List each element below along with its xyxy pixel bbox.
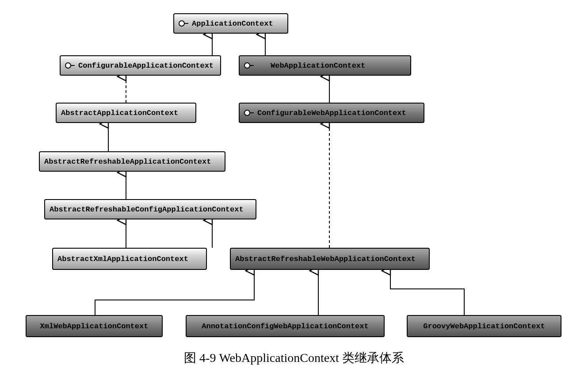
class-xml-web-application-context: XmlWebApplicationContext (26, 315, 163, 337)
class-abstract-xml-application-context: AbstractXmlApplicationContext (52, 248, 207, 270)
interface-icon (244, 62, 250, 69)
class-label: ConfigurableWebApplicationContext (257, 109, 406, 117)
class-groovy-web-application-context: GroovyWebApplicationContext (407, 315, 561, 337)
class-abstract-refreshable-application-context: AbstractRefreshableApplicationContext (39, 151, 225, 172)
class-label: XmlWebApplicationContext (40, 322, 149, 331)
class-abstract-refreshable-web-application-context: AbstractRefreshableWebApplicationContext (230, 248, 430, 270)
class-label: ApplicationContext (192, 19, 273, 28)
class-application-context: ApplicationContext (173, 13, 288, 34)
class-label: GroovyWebApplicationContext (423, 322, 545, 331)
class-label: WebApplicationContext (271, 61, 365, 70)
class-label: AbstractRefreshableWebApplicationContext (235, 255, 416, 263)
class-annotation-config-web-application-context: AnnotationConfigWebApplicationContext (186, 315, 385, 337)
interface-icon (179, 20, 185, 27)
interface-icon (65, 62, 71, 69)
figure-caption: 图 4-9 WebApplicationContext 类继承体系 (0, 350, 588, 366)
class-configurable-web-application-context: ConfigurableWebApplicationContext (239, 103, 424, 123)
class-label: AbstractApplicationContext (61, 109, 178, 117)
class-label: AnnotationConfigWebApplicationContext (202, 322, 368, 331)
class-label: ConfigurableApplicationContext (78, 61, 214, 70)
class-abstract-application-context: AbstractApplicationContext (56, 103, 196, 123)
class-label: AbstractRefreshableConfigApplicationCont… (50, 205, 244, 214)
interface-icon (244, 110, 250, 116)
class-configurable-application-context: ConfigurableApplicationContext (60, 55, 221, 76)
class-web-application-context: WebApplicationContext (239, 55, 411, 76)
class-label: AbstractXmlApplicationContext (57, 255, 188, 263)
diagram-stage: ApplicationContext ConfigurableApplicati… (0, 0, 588, 392)
class-abstract-refreshable-config-application-context: AbstractRefreshableConfigApplicationCont… (44, 199, 256, 219)
class-label: AbstractRefreshableApplicationContext (44, 158, 211, 166)
